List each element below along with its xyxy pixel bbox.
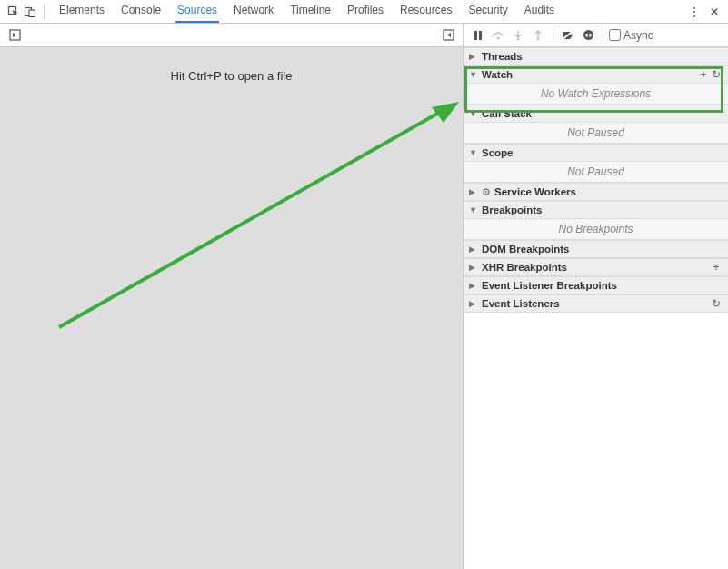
svg-point-7: [497, 36, 500, 39]
more-icon[interactable]: ⋮: [686, 5, 703, 18]
section-event-bp[interactable]: ▶ Event Listener Breakpoints: [464, 276, 728, 294]
section-watch[interactable]: ▼ Watch + ↻: [464, 65, 728, 84]
pause-exceptions-icon[interactable]: [579, 29, 597, 41]
collapse-icon: ▶: [469, 263, 476, 272]
side-panel: ▶ Threads ▼ Watch + ↻ No Watch Expressio…: [464, 47, 728, 569]
section-dom-bp[interactable]: ▶ DOM Breakpoints: [464, 240, 728, 258]
section-service-workers[interactable]: ▶ ⚙ Service Workers: [464, 183, 728, 201]
main-toolbar: Elements Console Sources Network Timelin…: [0, 0, 728, 24]
show-navigator-icon[interactable]: [5, 29, 24, 41]
pause-icon[interactable]: [469, 30, 487, 41]
refresh-listeners-icon[interactable]: ↻: [710, 297, 723, 310]
step-into-icon: [509, 30, 527, 41]
refresh-watch-icon[interactable]: ↻: [710, 68, 723, 81]
section-title: Threads: [482, 51, 723, 62]
section-scope[interactable]: ▼ Scope: [464, 144, 728, 162]
add-xhr-bp-icon[interactable]: +: [710, 261, 723, 274]
collapse-icon: ▶: [469, 281, 476, 290]
section-title: Event Listeners: [482, 298, 710, 309]
subbar-left: [0, 24, 464, 46]
section-title: Call Stack: [482, 108, 723, 119]
editor-area: Hit Ctrl+P to open a file: [0, 47, 464, 569]
svg-point-9: [537, 37, 540, 40]
expand-icon: ▼: [469, 70, 476, 79]
tab-sources[interactable]: Sources: [175, 0, 219, 23]
device-icon[interactable]: [22, 5, 38, 18]
tab-timeline[interactable]: Timeline: [288, 0, 333, 23]
section-event-listeners[interactable]: ▶ Event Listeners ↻: [464, 294, 728, 313]
step-over-icon: [489, 30, 507, 41]
section-callstack[interactable]: ▼ Call Stack: [464, 105, 728, 123]
async-toggle[interactable]: Async: [609, 29, 653, 42]
tab-resources[interactable]: Resources: [398, 0, 454, 23]
expand-icon: ▼: [469, 109, 476, 118]
scope-body: Not Paused: [464, 162, 728, 183]
section-title: XHR Breakpoints: [482, 262, 710, 273]
editor-message: Hit Ctrl+P to open a file: [0, 69, 463, 83]
separator: [44, 5, 45, 19]
sub-toolbar: Async: [0, 24, 728, 47]
section-title: Event Listener Breakpoints: [482, 280, 723, 291]
async-label: Async: [623, 29, 653, 42]
subbar-right: Async: [464, 24, 728, 46]
svg-rect-12: [585, 34, 587, 37]
gear-icon: ⚙: [482, 186, 491, 198]
section-title: Service Workers: [494, 186, 723, 197]
section-xhr-bp[interactable]: ▶ XHR Breakpoints +: [464, 258, 728, 276]
breakpoints-body: No Breakpoints: [464, 219, 728, 240]
svg-rect-13: [589, 34, 591, 37]
collapse-icon: ▶: [469, 299, 476, 308]
tab-audits[interactable]: Audits: [523, 0, 556, 23]
step-out-icon: [529, 30, 547, 41]
svg-point-11: [583, 30, 593, 40]
separator: [553, 28, 553, 43]
async-checkbox[interactable]: [609, 29, 621, 41]
expand-icon: ▼: [469, 148, 476, 157]
tab-elements[interactable]: Elements: [57, 0, 106, 23]
deactivate-bp-icon[interactable]: [559, 30, 577, 41]
svg-rect-2: [29, 10, 35, 17]
svg-rect-5: [474, 31, 477, 40]
tab-security[interactable]: Security: [466, 0, 509, 23]
section-title: Watch: [482, 69, 697, 80]
tab-console[interactable]: Console: [119, 0, 163, 23]
collapse-icon: ▶: [469, 245, 476, 254]
close-icon[interactable]: ✕: [706, 5, 723, 18]
tab-profiles[interactable]: Profiles: [345, 0, 385, 23]
add-watch-icon[interactable]: +: [697, 68, 710, 81]
inspect-icon[interactable]: [5, 5, 22, 18]
panel-tabs: Elements Console Sources Network Timelin…: [57, 0, 556, 23]
show-debugger-icon[interactable]: [439, 29, 457, 41]
svg-rect-6: [479, 31, 482, 40]
tab-network[interactable]: Network: [232, 0, 275, 23]
collapse-icon: ▶: [469, 52, 476, 61]
svg-point-8: [517, 37, 520, 40]
callstack-body: Not Paused: [464, 123, 728, 144]
separator: [603, 28, 603, 43]
watch-body: No Watch Expressions: [464, 84, 728, 105]
section-title: Scope: [482, 147, 723, 158]
main-area: Hit Ctrl+P to open a file ▶ Threads ▼ Wa…: [0, 47, 728, 569]
section-title: Breakpoints: [482, 205, 723, 215]
section-threads[interactable]: ▶ Threads: [464, 47, 728, 65]
section-title: DOM Breakpoints: [482, 244, 723, 255]
section-breakpoints[interactable]: ▼ Breakpoints: [464, 201, 728, 219]
collapse-icon: ▶: [469, 187, 476, 196]
expand-icon: ▼: [469, 205, 476, 215]
